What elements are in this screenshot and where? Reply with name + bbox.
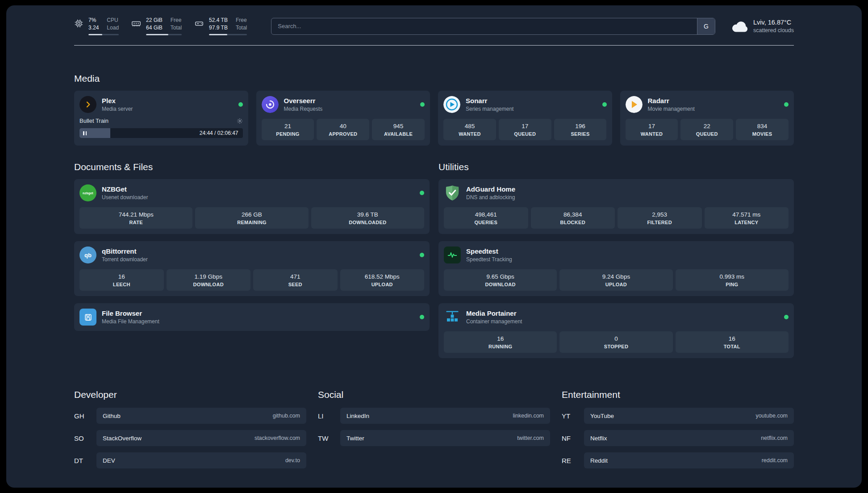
gear-icon[interactable] [237, 118, 243, 124]
stat-label: UPLOAD [561, 282, 671, 287]
stat-value: 0 [561, 335, 671, 342]
stat-label: UPLOAD [342, 282, 423, 287]
app-card-radarr[interactable]: Radarr Movie management 17 WANTED 22 QUE… [620, 91, 794, 146]
stat-label: PENDING [263, 131, 313, 137]
cpu-load-value: 3.24 [88, 25, 99, 31]
stat-chip: 16 TOTAL [676, 331, 789, 353]
ram-progress-fill [146, 34, 168, 35]
stat-label: LATENCY [706, 220, 787, 225]
status-dot [784, 102, 789, 107]
pause-icon[interactable] [83, 131, 87, 135]
stat-label: AVAILABLE [374, 131, 423, 137]
app-title: Sonarr [466, 97, 513, 104]
bookmark-row: TW Twitter twitter.com [318, 430, 550, 446]
status-dot [420, 253, 424, 257]
section-title-documents: Documents & Files [74, 162, 430, 172]
ram-free-label: Free [171, 17, 182, 24]
stat-label: STOPPED [561, 344, 671, 349]
app-title: qBittorrent [102, 247, 148, 255]
app-card-qbittorrent[interactable]: qb qBittorrent Torrent downloader 16 LEE… [74, 241, 430, 296]
status-dot [784, 315, 789, 319]
stat-value: 21 [263, 123, 313, 130]
stat-value: 945 [374, 123, 423, 130]
app-title: Radarr [648, 97, 695, 104]
stat-chip: 744.21 Mbps RATE [79, 207, 192, 229]
app-card-nzbget[interactable]: nzbget NZBGet Usenet downloader 744.21 M… [74, 179, 430, 234]
bookmark-row: NF Netflix netflix.com [562, 430, 794, 446]
bookmark-url: twitter.com [517, 435, 544, 441]
ram-icon [131, 19, 141, 29]
app-title: AdGuard Home [466, 185, 515, 193]
nzbget-icon: nzbget [79, 184, 96, 201]
bookmark-name: StackOverflow [103, 435, 142, 442]
status-dot [602, 102, 607, 107]
stat-chip: 22 QUEUED [680, 119, 733, 140]
stat-label: FILTERED [619, 220, 700, 225]
app-subtitle: Container management [466, 318, 522, 325]
weather-condition: scattered clouds [753, 27, 794, 33]
search-provider-button[interactable]: G [697, 18, 715, 34]
stat-label: MOVIES [738, 131, 787, 137]
stat-value: 744.21 Mbps [81, 211, 191, 218]
disk-progress-fill [209, 34, 227, 35]
bookmark-name: LinkedIn [346, 413, 369, 419]
app-card-plex[interactable]: Plex Media server Bullet Train [74, 91, 248, 146]
ram-total-label: Total [171, 25, 182, 31]
section-title-social: Social [318, 389, 550, 400]
app-card-adguard[interactable]: AdGuard Home DNS and adblocking 498,461 … [438, 179, 794, 234]
app-card-filebrowser[interactable]: File Browser Media File Management [74, 303, 430, 331]
section-title-entertainment: Entertainment [562, 389, 794, 400]
bookmark-url: github.com [273, 413, 300, 419]
status-dot [420, 315, 424, 319]
stat-value: 9.24 Gbps [561, 273, 671, 280]
filebrowser-icon [79, 309, 96, 326]
app-title: File Browser [102, 309, 159, 317]
sonarr-icon [443, 96, 460, 113]
stat-value: 17 [627, 123, 676, 130]
radarr-icon [626, 96, 643, 113]
stat-label: RATE [81, 220, 191, 225]
stat-value: 17 [501, 123, 550, 130]
app-subtitle: Torrent downloader [102, 256, 148, 263]
topbar-divider [74, 45, 794, 46]
stat-value: 39.6 TB [313, 211, 422, 218]
cloud-icon [731, 20, 747, 32]
playback-progress-bar[interactable]: 24:44 / 02:06:47 [79, 128, 243, 138]
bookmark-url: youtube.com [755, 413, 788, 419]
section-title-media: Media [74, 73, 794, 84]
ram-total-value: 64 GiB [146, 25, 163, 31]
app-title: NZBGet [102, 185, 148, 193]
stat-value: 0.993 ms [677, 273, 787, 280]
section-media: Media Plex Media server [74, 73, 794, 146]
status-dot [420, 191, 424, 195]
status-dot [420, 102, 425, 107]
now-playing-title: Bullet Train [79, 117, 108, 124]
ram-free-value: 22 GiB [146, 17, 163, 24]
bookmark-name: Reddit [590, 457, 608, 464]
stat-value: 471 [255, 273, 336, 280]
app-card-overseerr[interactable]: Overseerr Media Requests 21 PENDING 40 A… [256, 91, 430, 146]
bookmark-name: Github [103, 413, 121, 419]
bookmark-name: DEV [103, 457, 115, 464]
bookmark-link-reddit[interactable]: Reddit reddit.com [584, 452, 794, 468]
weather-widget: Lviv, 16.87°C scattered clouds [731, 19, 794, 33]
bookmark-link-netflix[interactable]: Netflix netflix.com [584, 430, 794, 446]
bookmark-link-github[interactable]: Github github.com [96, 408, 306, 424]
bookmark-link-twitter[interactable]: Twitter twitter.com [340, 430, 550, 446]
bookmark-row: LI LinkedIn linkedin.com [318, 408, 550, 424]
bookmark-link-youtube[interactable]: YouTube youtube.com [584, 408, 794, 424]
search-bar: G [271, 18, 715, 35]
bookmark-link-dev[interactable]: DEV dev.to [96, 452, 306, 468]
bookmark-link-stackoverflow[interactable]: StackOverflow stackoverflow.com [96, 430, 306, 446]
stat-value: 86,384 [533, 211, 613, 218]
search-input[interactable] [271, 18, 715, 35]
stat-chip: 17 QUEUED [499, 119, 551, 140]
stat-label: WANTED [445, 131, 494, 137]
plex-icon [79, 96, 96, 113]
app-card-speedtest[interactable]: Speedtest Speedtest Tracking 9.65 Gbps D… [438, 241, 794, 296]
stat-label: LEECH [81, 282, 162, 287]
app-card-sonarr[interactable]: Sonarr Series management 485 WANTED 17 Q… [438, 91, 612, 146]
app-card-portainer[interactable]: Media Portainer Container management 16 … [438, 303, 794, 358]
bookmark-link-linkedin[interactable]: LinkedIn linkedin.com [340, 408, 550, 424]
disk-usage-widget: 52.4 TB 97.9 TB Free Total [194, 17, 247, 35]
